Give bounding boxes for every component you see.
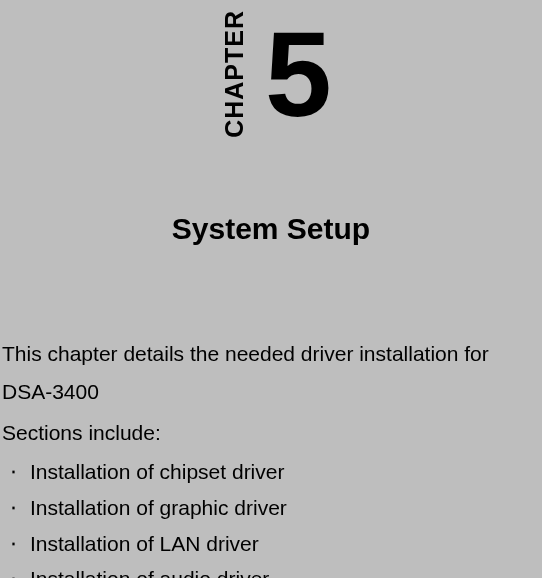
intro-section: This chapter details the needed driver i…	[0, 335, 542, 578]
intro-text: This chapter details the needed driver i…	[2, 335, 540, 411]
chapter-header: CHAPTER 5	[220, 10, 332, 138]
sections-label: Sections include:	[2, 415, 540, 451]
chapter-title: System Setup	[0, 212, 542, 246]
bullet-list: Installation of chipset driver Installat…	[2, 454, 540, 578]
chapter-label: CHAPTER	[220, 10, 249, 138]
list-item: Installation of LAN driver	[2, 526, 540, 562]
list-item: Installation of chipset driver	[2, 454, 540, 490]
list-item: Installation of audio driver	[2, 561, 540, 578]
chapter-number: 5	[265, 14, 332, 134]
list-item: Installation of graphic driver	[2, 490, 540, 526]
